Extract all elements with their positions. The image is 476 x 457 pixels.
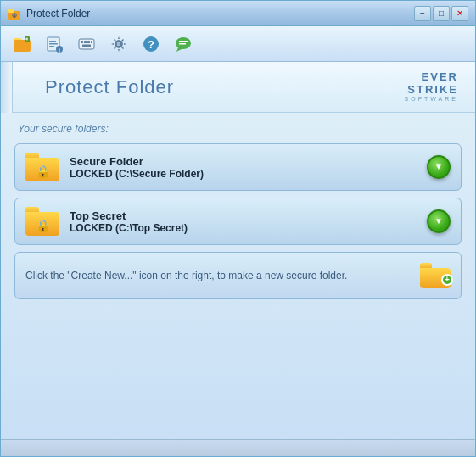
svg-rect-26 bbox=[179, 41, 188, 42]
settings-button[interactable] bbox=[104, 31, 133, 58]
folder-icon-2: 🔒 bbox=[25, 207, 59, 236]
svg-rect-10 bbox=[49, 43, 58, 45]
lock-icon-2: 🔒 bbox=[36, 219, 50, 232]
folder-info-1: Secure Folder LOCKED (C:\Secure Folder) bbox=[70, 155, 204, 180]
svg-rect-11 bbox=[49, 46, 54, 47]
svg-rect-19 bbox=[82, 44, 91, 47]
toolbar: i ? bbox=[1, 26, 475, 62]
status-bar bbox=[1, 439, 475, 456]
svg-text:?: ? bbox=[148, 38, 154, 51]
close-button[interactable]: ✕ bbox=[451, 6, 468, 21]
create-new-text: Click the "Create New..." icon on the ri… bbox=[25, 270, 347, 281]
svg-rect-7 bbox=[25, 38, 28, 39]
brand-software: SOFTWARE bbox=[405, 96, 458, 103]
minimize-button[interactable]: − bbox=[414, 6, 431, 21]
app-icon bbox=[8, 7, 21, 20]
svg-rect-16 bbox=[84, 41, 87, 43]
folder-item-1[interactable]: 🔒 Secure Folder LOCKED (C:\Secure Folder… bbox=[14, 143, 462, 191]
title-bar-controls: − □ ✕ bbox=[414, 6, 468, 21]
brand-strike: STRIKE bbox=[407, 84, 458, 96]
folder-action-btn-2[interactable]: ▼ bbox=[427, 209, 451, 233]
properties-button[interactable]: i bbox=[40, 31, 69, 58]
folder-name-2: Top Secret bbox=[70, 209, 188, 222]
help-icon: ? bbox=[142, 35, 160, 53]
svg-rect-15 bbox=[81, 41, 83, 43]
add-folder-icon bbox=[12, 34, 32, 54]
create-new-row: Click the "Create New..." icon on the ri… bbox=[14, 252, 462, 299]
main-window: Protect Folder − □ ✕ i bbox=[0, 0, 476, 457]
lock-icon-1: 🔒 bbox=[36, 164, 50, 178]
header-area: Protect Folder EVER STRIKE SOFTWARE bbox=[1, 62, 475, 113]
svg-rect-3 bbox=[14, 15, 14, 18]
hotkey-button[interactable] bbox=[72, 31, 101, 58]
svg-rect-14 bbox=[79, 39, 94, 49]
create-new-button[interactable]: + bbox=[420, 263, 451, 288]
svg-rect-4 bbox=[14, 40, 31, 52]
title-bar-left: Protect Folder bbox=[8, 7, 90, 20]
folder-item-1-left: 🔒 Secure Folder LOCKED (C:\Secure Folder… bbox=[25, 153, 204, 181]
folder-status-1: LOCKED (C:\Secure Folder) bbox=[70, 168, 204, 180]
brand-logo: EVER STRIKE SOFTWARE bbox=[405, 71, 458, 102]
feedback-button[interactable] bbox=[169, 31, 198, 58]
main-content: Your secure folders: 🔒 Secure Folder LOC… bbox=[1, 113, 475, 439]
svg-rect-27 bbox=[179, 43, 186, 45]
title-bar: Protect Folder − □ ✕ bbox=[1, 1, 475, 26]
properties-icon: i bbox=[45, 35, 64, 53]
svg-rect-17 bbox=[87, 41, 90, 43]
svg-rect-18 bbox=[91, 41, 92, 43]
svg-text:i: i bbox=[59, 47, 60, 53]
hotkey-icon bbox=[77, 35, 96, 53]
gear-icon bbox=[109, 35, 128, 53]
app-header-title: Protect Folder bbox=[45, 76, 174, 98]
svg-point-22 bbox=[117, 42, 120, 46]
folder-icon-1: 🔒 bbox=[25, 153, 59, 181]
create-plus-icon: + bbox=[441, 274, 453, 286]
window-title: Protect Folder bbox=[26, 8, 90, 20]
brand-ever: EVER bbox=[422, 71, 458, 83]
help-button[interactable]: ? bbox=[137, 31, 165, 58]
add-folder-button[interactable] bbox=[8, 31, 36, 58]
folder-status-2: LOCKED (C:\Top Secret) bbox=[70, 222, 188, 234]
folder-info-2: Top Secret LOCKED (C:\Top Secret) bbox=[70, 209, 188, 234]
folder-item-2[interactable]: 🔒 Top Secret LOCKED (C:\Top Secret) ▼ bbox=[14, 198, 462, 245]
section-label: Your secure folders: bbox=[14, 123, 462, 135]
maximize-button[interactable]: □ bbox=[433, 6, 450, 21]
folder-action-btn-1[interactable]: ▼ bbox=[427, 155, 451, 179]
chevron-down-icon-2: ▼ bbox=[434, 217, 443, 226]
folder-name-1: Secure Folder bbox=[70, 155, 204, 168]
svg-rect-1 bbox=[8, 9, 14, 13]
chevron-down-icon-1: ▼ bbox=[434, 163, 443, 171]
svg-rect-9 bbox=[49, 41, 56, 42]
folder-item-2-left: 🔒 Top Secret LOCKED (C:\Top Secret) bbox=[25, 207, 188, 236]
message-icon bbox=[173, 35, 193, 53]
